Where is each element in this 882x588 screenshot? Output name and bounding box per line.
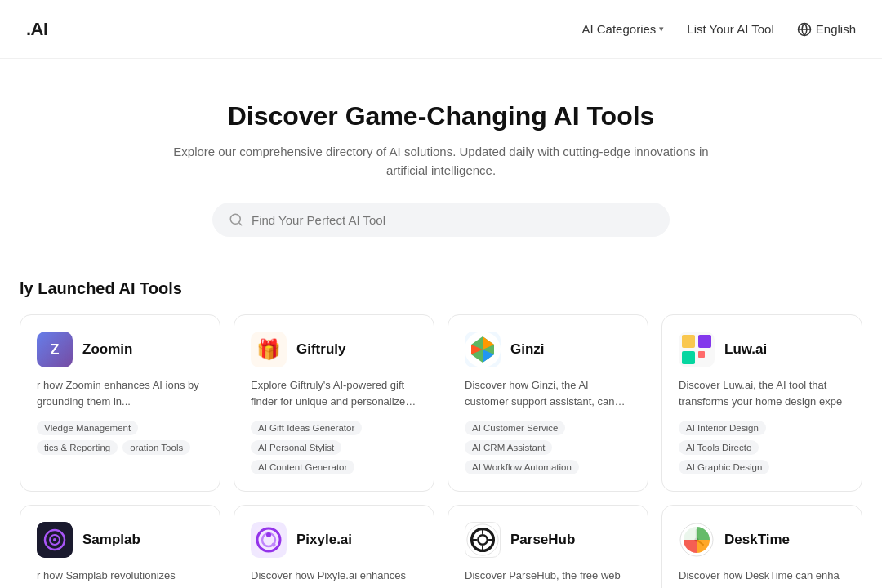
tag[interactable]: Vledge Management xyxy=(37,421,138,435)
tag[interactable]: AI Content Generator xyxy=(251,460,354,474)
tag[interactable]: oration Tools xyxy=(122,440,190,455)
tool-logo-zoomin: Z xyxy=(37,332,73,368)
tool-desc: r how Samplab revolutionizes mpling with… xyxy=(37,568,203,588)
tool-logo-pixyle xyxy=(251,522,287,558)
tools-grid-row2: Samplab r how Samplab revolutionizes mpl… xyxy=(20,505,862,588)
ginzi-logo-svg xyxy=(465,332,501,368)
tool-desc: Discover ParseHub, the free web scraping… xyxy=(465,568,631,588)
tool-card-parsehub[interactable]: ParseHub Discover ParseHub, the free web… xyxy=(448,505,648,588)
newly-launched-section: ly Launched AI Tools Z Zoomin r how Zoom… xyxy=(0,266,882,588)
tool-card-ginzi[interactable]: Ginzi Discover how Ginzi, the AI custome… xyxy=(448,314,648,492)
tool-card-header: Samplab xyxy=(37,522,203,558)
svg-rect-8 xyxy=(698,351,705,358)
tag[interactable]: tics & Reporting xyxy=(37,440,118,455)
search-icon xyxy=(229,212,243,227)
svg-rect-5 xyxy=(682,335,695,348)
tool-card-header: DeskTime xyxy=(679,522,845,558)
pixyle-logo-svg xyxy=(251,522,287,558)
tool-tags: AI Interior Design AI Tools Directo AI G… xyxy=(679,421,845,474)
tool-card-pixyle[interactable]: Pixyle.ai Discover how Pixyle.ai enhance… xyxy=(234,505,434,588)
tool-logo-luwai xyxy=(679,332,715,368)
tool-name: Ginzi xyxy=(510,341,545,358)
tools-grid-row1: Z Zoomin r how Zoomin enhances AI ions b… xyxy=(20,314,862,492)
gift-icon: 🎁 xyxy=(256,338,281,361)
tool-card-header: Z Zoomin xyxy=(37,332,203,368)
tool-name: DeskTime xyxy=(724,532,790,548)
tool-card-header: Pixyle.ai xyxy=(251,522,417,558)
tag[interactable]: AI Interior Design xyxy=(679,421,766,435)
main-nav: AI Categories ▾ List Your AI Tool Englis… xyxy=(581,22,856,37)
tool-logo-desktime xyxy=(679,522,715,558)
tag[interactable]: AI Workflow Automation xyxy=(465,460,579,474)
parsehub-logo-svg xyxy=(466,522,500,558)
tool-card-zoomin[interactable]: Z Zoomin r how Zoomin enhances AI ions b… xyxy=(20,314,220,492)
tag[interactable]: AI CRM Assistant xyxy=(465,440,552,455)
tool-desc: Discover how Pixyle.ai enhances e-commer… xyxy=(251,568,417,588)
nav-language[interactable]: English xyxy=(797,22,856,37)
tool-desc: Discover how Ginzi, the AI customer supp… xyxy=(465,377,631,409)
chevron-down-icon: ▾ xyxy=(659,24,664,34)
globe-icon xyxy=(797,22,812,37)
tool-tags: AI Gift Ideas Generator AI Personal Styl… xyxy=(251,421,417,474)
tool-card-luwai[interactable]: Luw.ai Discover Luw.ai, the AI tool that… xyxy=(662,314,862,492)
tag[interactable]: AI Tools Directo xyxy=(679,440,759,455)
samplab-logo-svg xyxy=(37,522,73,558)
luwai-logo-svg xyxy=(679,332,715,368)
nav-categories-label: AI Categories xyxy=(581,22,656,36)
tool-name: Samplab xyxy=(82,532,140,548)
svg-line-3 xyxy=(238,222,241,225)
tool-logo-giftruly: 🎁 xyxy=(251,332,287,368)
tool-card-giftruly[interactable]: 🎁 Giftruly Explore Giftruly's AI-powered… xyxy=(234,314,434,492)
tool-desc: Discover Luw.ai, the AI tool that transf… xyxy=(679,377,845,409)
tag[interactable]: AI Customer Service xyxy=(465,421,565,435)
hero-subtitle: Explore our comprehensive directory of A… xyxy=(163,143,719,180)
tag[interactable]: AI Graphic Design xyxy=(679,460,769,474)
tool-tags: AI Customer Service AI CRM Assistant AI … xyxy=(465,421,631,474)
tool-logo-samplab xyxy=(37,522,73,558)
tool-name: Giftruly xyxy=(296,341,345,358)
logo[interactable]: .AI xyxy=(26,19,48,40)
header: .AI AI Categories ▾ List Your AI Tool En… xyxy=(0,0,882,59)
tool-desc: r how Zoomin enhances AI ions by groundi… xyxy=(37,377,203,409)
svg-rect-7 xyxy=(682,351,695,364)
nav-ai-categories[interactable]: AI Categories ▾ xyxy=(581,22,664,36)
svg-rect-6 xyxy=(698,335,711,348)
search-input[interactable] xyxy=(252,213,653,227)
search-bar[interactable] xyxy=(212,203,670,237)
section-title: ly Launched AI Tools xyxy=(20,279,862,298)
svg-point-16 xyxy=(266,532,271,537)
tool-logo-parsehub xyxy=(465,522,501,558)
tool-card-header: Luw.ai xyxy=(679,332,845,368)
tool-name: Luw.ai xyxy=(724,341,767,358)
tag[interactable]: AI Gift Ideas Generator xyxy=(251,421,362,435)
nav-list-tool[interactable]: List Your AI Tool xyxy=(687,22,773,36)
tool-desc: Explore Giftruly's AI-powered gift finde… xyxy=(251,377,417,409)
language-label: English xyxy=(816,22,856,36)
tool-name: ParseHub xyxy=(510,532,575,548)
tool-desc: Discover how DeskTime can enha productiv… xyxy=(679,568,845,588)
tool-card-header: 🎁 Giftruly xyxy=(251,332,417,368)
tool-card-samplab[interactable]: Samplab r how Samplab revolutionizes mpl… xyxy=(20,505,220,588)
tag[interactable]: AI Personal Stylist xyxy=(251,440,341,455)
desktime-logo-svg xyxy=(679,522,715,558)
svg-point-17 xyxy=(272,543,276,547)
hero-section: Discover Game-Changing AI Tools Explore … xyxy=(0,59,882,266)
tool-tags: Vledge Management tics & Reporting orati… xyxy=(37,421,203,455)
tool-name: Zoomin xyxy=(82,341,132,358)
tool-card-header: Ginzi xyxy=(465,332,631,368)
tool-card-header: ParseHub xyxy=(465,522,631,558)
svg-point-12 xyxy=(53,538,56,541)
tool-card-desktime[interactable]: DeskTime Discover how DeskTime can enha … xyxy=(662,505,862,588)
tool-logo-ginzi xyxy=(465,332,501,368)
hero-title: Discover Game-Changing AI Tools xyxy=(26,101,856,131)
tool-name: Pixyle.ai xyxy=(296,532,352,548)
